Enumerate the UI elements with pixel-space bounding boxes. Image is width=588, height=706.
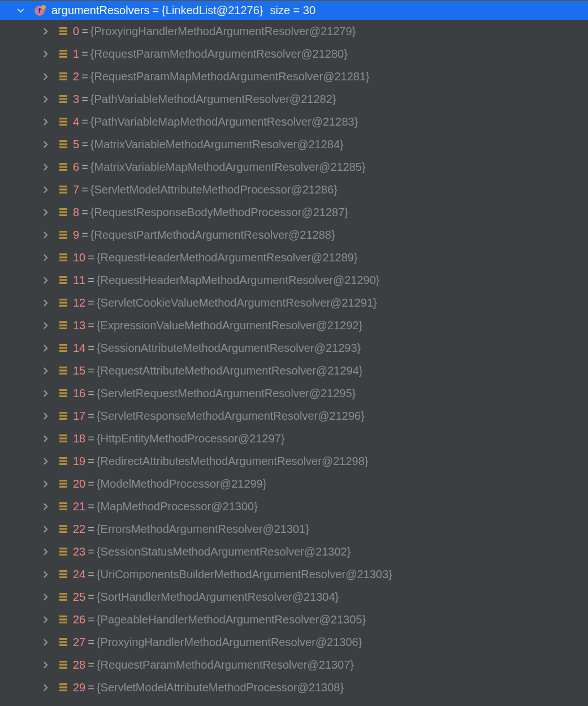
list-item[interactable]: 13 = {ExpressionValueMethodArgumentResol…	[0, 314, 588, 337]
list-item[interactable]: 15 = {RequestAttributeMethodArgumentReso…	[0, 359, 588, 382]
list-item[interactable]: 27 = {ProxyingHandlerMethodArgumentResol…	[0, 631, 588, 653]
item-index: 24	[73, 568, 85, 581]
item-value: {SortHandlerMethodArgumentResolver@21304…	[97, 591, 339, 604]
item-index: 2	[73, 70, 79, 83]
svg-rect-77	[59, 576, 67, 578]
equals-sign: =	[81, 229, 88, 242]
equals-sign: =	[88, 523, 94, 536]
svg-rect-43	[59, 324, 67, 326]
equals-sign: =	[88, 681, 94, 694]
list-element-icon	[58, 162, 68, 172]
list-item[interactable]: 14 = {SessionAttributeMethodArgumentReso…	[0, 337, 588, 359]
list-item[interactable]: 10 = {RequestHeaderMethodArgumentResolve…	[0, 246, 588, 269]
list-item[interactable]: 12 = {ServletCookieValueMethodArgumentRe…	[0, 291, 588, 314]
list-element-icon	[58, 411, 68, 421]
list-item[interactable]: 0 = {ProxyingHandlerMethodArgumentResolv…	[0, 20, 588, 42]
item-value: {MatrixVariableMapMethodArgumentResolver…	[90, 161, 366, 174]
list-item[interactable]: 5 = {MatrixVariableMethodArgumentResolve…	[0, 133, 588, 156]
svg-rect-30	[59, 231, 67, 233]
item-value: {RequestResponseBodyMethodProcessor@2128…	[90, 206, 348, 219]
list-item[interactable]: 23 = {SessionStatusMethodArgumentResolve…	[0, 540, 588, 563]
item-index: 18	[73, 432, 85, 445]
item-value: {PathVariableMethodArgumentResolver@2128…	[90, 93, 336, 106]
list-item[interactable]: 25 = {SortHandlerMethodArgumentResolver@…	[0, 586, 588, 608]
list-item[interactable]: 4 = {PathVariableMapMethodArgumentResolv…	[0, 110, 588, 133]
item-value: {MatrixVariableMethodArgumentResolver@21…	[90, 138, 344, 151]
svg-rect-21	[59, 163, 67, 165]
svg-rect-41	[59, 305, 67, 307]
item-value: {RequestParamMethodArgumentResolver@2130…	[97, 658, 354, 671]
svg-rect-84	[59, 638, 67, 640]
equals-sign: =	[88, 613, 94, 626]
item-value: {ProxyingHandlerMethodArgumentResolver@2…	[90, 25, 356, 38]
list-item[interactable]: 28 = {RequestParamMethodArgumentResolver…	[0, 653, 588, 676]
list-element-icon	[58, 637, 68, 647]
equals-sign: =	[88, 387, 94, 400]
svg-rect-69	[59, 525, 67, 527]
item-index: 27	[73, 636, 85, 649]
svg-rect-90	[59, 683, 67, 685]
item-value: {ServletModelAttributeMethodProcessor@21…	[90, 183, 338, 196]
equals-sign: =	[81, 48, 88, 61]
list-item[interactable]: 21 = {MapMethodProcessor@21300}	[0, 495, 588, 518]
svg-rect-34	[59, 256, 67, 258]
chevron-right-icon	[42, 254, 49, 261]
svg-rect-48	[59, 367, 67, 368]
item-index: 12	[73, 296, 85, 309]
list-item[interactable]: 2 = {RequestParamMapMethodArgumentResolv…	[0, 65, 588, 88]
list-element-icon	[58, 139, 68, 149]
equals-sign: =	[88, 319, 94, 332]
chevron-down-icon	[17, 7, 24, 14]
svg-rect-88	[59, 664, 67, 665]
item-value: {UriComponentsBuilderMethodArgumentResol…	[97, 568, 392, 581]
item-index: 6	[73, 161, 79, 174]
svg-rect-4	[59, 30, 67, 32]
equals-sign: =	[88, 477, 94, 490]
equals-sign: =	[81, 183, 88, 196]
list-item[interactable]: 1 = {RequestParamMethodArgumentResolver@…	[0, 42, 588, 65]
svg-rect-35	[59, 260, 67, 261]
item-value: {RequestParamMapMethodArgumentResolver@2…	[90, 70, 370, 83]
chevron-right-icon	[42, 322, 49, 329]
list-item[interactable]: 18 = {HttpEntityMethodProcessor@21297}	[0, 427, 588, 450]
svg-rect-67	[59, 505, 67, 507]
list-element-icon	[58, 682, 68, 692]
item-value: {ServletRequestMethodArgumentResolver@21…	[97, 387, 356, 400]
chevron-right-icon	[42, 277, 49, 284]
list-element-icon	[58, 298, 68, 308]
chevron-right-icon	[42, 684, 49, 691]
chevron-right-icon	[42, 50, 49, 58]
list-item[interactable]: 6 = {MatrixVariableMapMethodArgumentReso…	[0, 156, 588, 178]
list-item[interactable]: 8 = {RequestResponseBodyMethodProcessor@…	[0, 201, 588, 223]
field-icon: f	[33, 5, 46, 17]
list-item[interactable]: 7 = {ServletModelAttributeMethodProcesso…	[0, 178, 588, 201]
list-item[interactable]: 22 = {ErrorsMethodArgumentResolver@21301…	[0, 518, 588, 540]
item-index: 7	[73, 183, 79, 196]
list-item[interactable]: 3 = {PathVariableMethodArgumentResolver@…	[0, 88, 588, 110]
list-element-icon	[58, 320, 68, 330]
list-item[interactable]: 19 = {RedirectAttributesMethodArgumentRe…	[0, 450, 588, 472]
list-item[interactable]: 20 = {ModelMethodProcessor@21299}	[0, 472, 588, 495]
svg-rect-73	[59, 550, 67, 552]
equals-sign: =	[81, 25, 88, 38]
chevron-right-icon	[42, 480, 49, 488]
svg-rect-12	[59, 95, 67, 97]
chevron-right-icon	[42, 661, 49, 669]
list-item[interactable]: 11 = {RequestHeaderMapMethodArgumentReso…	[0, 269, 588, 291]
item-index: 13	[73, 319, 85, 332]
item-index: 5	[73, 138, 79, 151]
list-element-icon	[58, 501, 68, 511]
list-item[interactable]: 17 = {ServletResponseMethodArgumentResol…	[0, 404, 588, 427]
list-item[interactable]: 26 = {PageableHandlerMethodArgumentResol…	[0, 608, 588, 631]
list-item[interactable]: 16 = {ServletRequestMethodArgumentResolv…	[0, 382, 588, 404]
list-item[interactable]: 9 = {RequestPartMethodArgumentResolver@2…	[0, 223, 588, 246]
item-index: 28	[73, 658, 85, 671]
chevron-right-icon	[42, 571, 49, 578]
variable-header-row[interactable]: f argumentResolvers = {LinkedList@21276}…	[0, 1, 588, 20]
list-item[interactable]: 29 = {ServletModelAttributeMethodProcess…	[0, 676, 588, 699]
svg-rect-42	[59, 321, 67, 323]
list-element-icon	[58, 26, 68, 36]
item-value: {PathVariableMapMethodArgumentResolver@2…	[90, 115, 358, 128]
list-item[interactable]: 24 = {UriComponentsBuilderMethodArgument…	[0, 563, 588, 586]
svg-rect-10	[59, 75, 67, 77]
